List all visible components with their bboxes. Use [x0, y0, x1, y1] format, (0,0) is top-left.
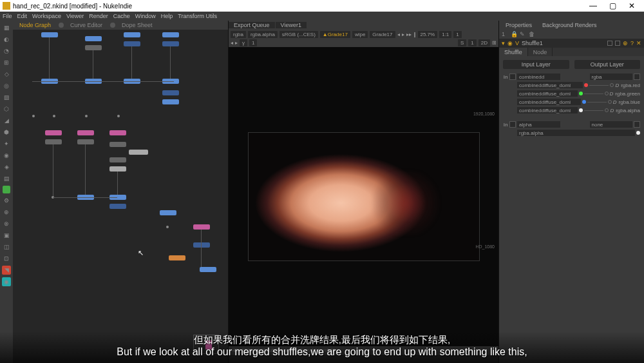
input-a-select[interactable]: ▲ Grade17: [320, 31, 350, 38]
pause-icon[interactable]: ‖: [413, 32, 416, 37]
close-button[interactable]: ✕: [622, 1, 641, 10]
input2-layer-select[interactable]: alpha: [517, 121, 560, 128]
node[interactable]: [85, 36, 102, 41]
white-dot-icon[interactable]: [579, 108, 583, 112]
node[interactable]: [41, 32, 58, 37]
tool-keyer-icon[interactable]: ▨: [2, 93, 11, 102]
next-icon[interactable]: ▸: [235, 40, 238, 46]
output2-layer-select[interactable]: none: [590, 121, 633, 128]
minimize-button[interactable]: —: [583, 1, 603, 10]
menu-file[interactable]: File: [3, 13, 12, 19]
tool-particles-icon[interactable]: ✦: [2, 139, 11, 148]
tool-b-icon[interactable]: ⊗: [2, 219, 11, 228]
zoom-ratio[interactable]: 1:1: [439, 31, 451, 38]
node[interactable]: [193, 224, 210, 230]
center-icon[interactable]: ⊕: [623, 40, 628, 46]
tool-d-icon[interactable]: ◫: [2, 242, 11, 251]
menu-viewer[interactable]: Viewer: [66, 13, 84, 19]
channel-in-5[interactable]: rgba.alpha: [517, 130, 635, 136]
node[interactable]: [193, 242, 210, 248]
input-b-select[interactable]: Grade17: [370, 31, 395, 38]
link-icon[interactable]: [608, 100, 612, 104]
tool-merge-icon[interactable]: ⬡: [2, 104, 11, 113]
tab-properties[interactable]: Properties: [502, 22, 536, 28]
subtab-shuffle[interactable]: Shuffle: [499, 48, 528, 56]
subtab-node[interactable]: Node: [528, 48, 553, 56]
channel-in-1[interactable]: combineddiffuse_domi: [517, 82, 583, 88]
link-icon[interactable]: [605, 92, 609, 95]
dot-node[interactable]: [32, 115, 35, 117]
wipe-select[interactable]: wipe: [352, 31, 368, 38]
color-swatch[interactable]: [615, 41, 620, 46]
settings-icon[interactable]: ⊞: [492, 40, 497, 46]
play-icon[interactable]: ▸: [402, 32, 404, 37]
input-layer-select[interactable]: combinedd: [517, 74, 560, 80]
menu-cache[interactable]: Cache: [113, 13, 130, 19]
node[interactable]: [77, 130, 94, 135]
output2-opt[interactable]: [634, 121, 640, 128]
color-swatch[interactable]: [607, 41, 612, 46]
tool-time-icon[interactable]: ◔: [2, 46, 11, 55]
tool-f-icon[interactable]: ◥: [2, 266, 11, 275]
menu-window[interactable]: Window: [135, 13, 156, 19]
menu-workspace[interactable]: Workspace: [32, 13, 61, 19]
node[interactable]: [162, 41, 179, 46]
input2-select[interactable]: [509, 121, 516, 128]
prev-icon[interactable]: ◂: [231, 40, 233, 46]
count-field[interactable]: 1: [502, 31, 508, 37]
tool-channel-icon[interactable]: ⊞: [2, 58, 11, 67]
tab-close-icon[interactable]: [110, 23, 115, 28]
help-icon[interactable]: ?: [630, 40, 634, 46]
node[interactable]: [129, 150, 148, 155]
tab-node-graph[interactable]: Node Graph: [13, 22, 57, 28]
proxy-scale[interactable]: 1: [453, 31, 461, 38]
tool-a-icon[interactable]: ⊕: [2, 208, 11, 217]
tool-image-icon[interactable]: ▦: [2, 23, 11, 32]
blue-dot-icon[interactable]: [582, 100, 586, 104]
input-select[interactable]: [509, 74, 516, 80]
node[interactable]: [200, 267, 216, 272]
node[interactable]: [109, 142, 126, 147]
close-node-icon[interactable]: ✕: [636, 40, 641, 46]
colorspace-select[interactable]: sRGB (...CES): [279, 31, 318, 38]
node[interactable]: [169, 255, 185, 260]
node[interactable]: [45, 139, 62, 144]
green-dot-icon[interactable]: [579, 92, 583, 95]
node[interactable]: [45, 130, 62, 135]
tool-color-icon[interactable]: ◇: [2, 70, 11, 79]
channel-in-2[interactable]: combineddiffuse_domi: [517, 90, 578, 97]
dot-node[interactable]: [166, 226, 169, 228]
tab-export-queue[interactable]: Export Queue: [229, 22, 275, 28]
gamma-value[interactable]: 1: [249, 39, 257, 46]
link-icon[interactable]: [610, 83, 614, 87]
white-dot-icon[interactable]: [636, 131, 640, 135]
node[interactable]: [162, 99, 179, 104]
s-value[interactable]: 1: [468, 39, 476, 46]
gamma-label[interactable]: γ: [240, 39, 247, 46]
tool-3d-icon[interactable]: ⬢: [2, 128, 11, 137]
tab-dope-sheet[interactable]: Dope Sheet: [115, 22, 159, 28]
dot-node[interactable]: [85, 115, 88, 117]
next-frame-icon[interactable]: ▸▸: [406, 32, 412, 37]
node[interactable]: [124, 41, 140, 46]
menu-render[interactable]: Render: [89, 13, 108, 19]
tab-close-icon[interactable]: [59, 23, 64, 28]
dot-node[interactable]: [53, 115, 55, 117]
s-label[interactable]: S: [458, 39, 466, 46]
tool-g-icon[interactable]: ◉: [2, 277, 11, 286]
node[interactable]: [109, 130, 126, 135]
prev-frame-icon[interactable]: ◂: [397, 32, 400, 37]
expand-icon[interactable]: ▾: [502, 40, 505, 46]
red-dot-icon[interactable]: [584, 83, 588, 87]
tool-deep-icon[interactable]: ◉: [2, 151, 11, 160]
node[interactable]: [109, 157, 126, 162]
output-opt[interactable]: [634, 74, 640, 80]
tab-curve-editor[interactable]: Curve Editor: [64, 22, 109, 28]
channel-select[interactable]: rgba: [231, 31, 246, 38]
node[interactable]: [77, 139, 94, 144]
link-icon[interactable]: [605, 108, 609, 112]
thumbnail[interactable]: [193, 335, 219, 354]
tool-transform-icon[interactable]: ◢: [2, 116, 11, 125]
node[interactable]: [162, 90, 179, 95]
viewer-area[interactable]: 1920,1080 HD_1080: [229, 47, 498, 346]
